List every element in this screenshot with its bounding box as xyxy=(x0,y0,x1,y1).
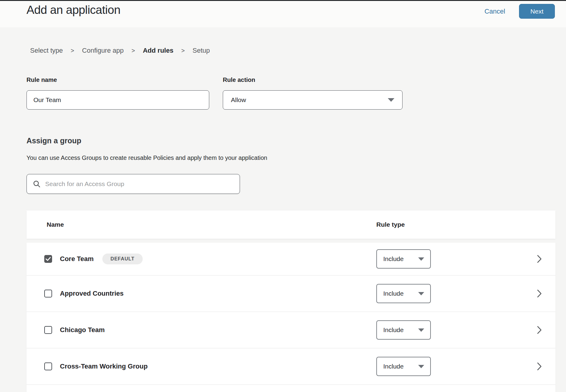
column-header-rule-type: Rule type xyxy=(376,221,405,228)
next-button[interactable]: Next xyxy=(519,4,555,19)
access-groups-table: Name Rule type Core Team DEFAULT Include… xyxy=(26,210,555,392)
assign-group-heading: Assign a group xyxy=(26,136,566,145)
column-header-name: Name xyxy=(47,221,64,228)
breadcrumb-step[interactable]: Configure app xyxy=(82,47,124,54)
rule-type-select[interactable]: Include xyxy=(376,320,431,340)
rule-name-input[interactable] xyxy=(26,90,209,110)
rule-form: Rule name Rule action Allow xyxy=(26,76,566,110)
table-header-row: Name Rule type xyxy=(26,210,555,239)
breadcrumb-separator: > xyxy=(181,47,185,54)
table-row: Cross-Team Working Group Include xyxy=(26,348,555,385)
rule-action-label: Rule action xyxy=(223,76,403,84)
breadcrumb-separator: > xyxy=(71,47,74,54)
table-body: Core Team DEFAULT Include Approved Count… xyxy=(26,243,555,392)
breadcrumb-step[interactable]: Select type xyxy=(30,47,63,54)
partial-row xyxy=(26,385,555,392)
chevron-right-icon xyxy=(537,255,542,263)
rule-name-field: Rule name xyxy=(26,76,209,110)
row-detail-chevron[interactable] xyxy=(537,255,542,263)
checkmark-icon xyxy=(45,257,51,261)
chevron-right-icon xyxy=(537,362,542,371)
chevron-down-icon xyxy=(388,98,394,102)
chevron-down-icon xyxy=(418,365,424,368)
group-name: Cross-Team Working Group xyxy=(60,362,148,370)
search-input[interactable] xyxy=(45,180,234,188)
table-row: Core Team DEFAULT Include xyxy=(26,243,555,275)
row-checkbox[interactable] xyxy=(44,290,52,297)
breadcrumb-separator: > xyxy=(132,47,135,54)
group-name: Core Team xyxy=(60,255,94,263)
rule-type-value: Include xyxy=(383,255,404,263)
rule-type-select[interactable]: Include xyxy=(376,284,431,303)
breadcrumb: Select type>Configure app>Add rules>Setu… xyxy=(30,47,566,54)
table-row: Approved Countries Include xyxy=(26,275,555,312)
breadcrumb-step[interactable]: Add rules xyxy=(143,47,173,54)
row-checkbox[interactable] xyxy=(44,362,52,370)
rule-type-value: Include xyxy=(383,363,404,370)
row-detail-chevron[interactable] xyxy=(537,362,542,371)
cancel-button[interactable]: Cancel xyxy=(484,8,505,15)
chevron-right-icon xyxy=(537,326,542,334)
rule-action-select[interactable]: Allow xyxy=(223,90,403,110)
rule-type-select[interactable]: Include xyxy=(376,357,431,376)
rule-type-value: Include xyxy=(383,326,404,334)
chevron-right-icon xyxy=(537,289,542,298)
search-icon xyxy=(33,180,41,188)
header-band: Add an application Cancel Next xyxy=(0,1,566,27)
page-title: Add an application xyxy=(26,3,120,17)
row-checkbox[interactable] xyxy=(44,255,52,263)
rule-action-field: Rule action Allow xyxy=(223,76,403,110)
group-name: Approved Countries xyxy=(60,290,123,297)
rule-action-value: Allow xyxy=(231,96,246,104)
breadcrumb-step[interactable]: Setup xyxy=(193,47,210,54)
chevron-down-icon xyxy=(418,292,424,295)
rule-type-value: Include xyxy=(383,290,404,297)
chevron-down-icon xyxy=(418,328,424,332)
rule-type-select[interactable]: Include xyxy=(376,249,431,269)
assign-group-description: You can use Access Groups to create reus… xyxy=(26,154,566,161)
row-checkbox[interactable] xyxy=(44,326,52,334)
access-group-search[interactable] xyxy=(26,174,240,194)
group-name: Chicago Team xyxy=(60,326,105,334)
row-detail-chevron[interactable] xyxy=(537,326,542,334)
default-badge: DEFAULT xyxy=(102,254,143,264)
table-row: Chicago Team Include xyxy=(26,312,555,348)
chevron-down-icon xyxy=(418,257,424,261)
row-detail-chevron[interactable] xyxy=(537,289,542,298)
rule-name-label: Rule name xyxy=(26,76,209,84)
